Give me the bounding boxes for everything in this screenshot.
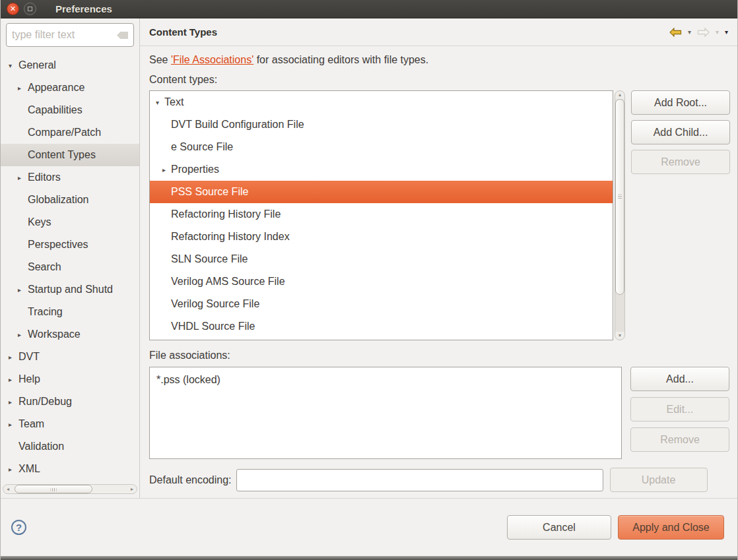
twisty-icon[interactable] (15, 84, 24, 92)
description-suffix: for associating editors with file types. (253, 54, 428, 65)
filter-field-wrap (6, 23, 134, 47)
filter-input[interactable] (6, 23, 134, 47)
scroll-left-icon[interactable]: ◂ (3, 487, 13, 492)
twisty-icon[interactable] (153, 99, 162, 106)
sidebar-item-tracing[interactable]: Tracing (1, 301, 139, 323)
button-label: Add... (666, 373, 694, 385)
twisty-icon[interactable] (5, 421, 15, 428)
content-type-text[interactable]: Text (150, 91, 613, 113)
scrollbar-thumb[interactable] (615, 99, 624, 295)
content-type-label: DVT Build Configuration File (171, 119, 304, 131)
tree-item-label: Capabilities (28, 104, 83, 116)
history-nav: ▾ ▾ ▾ (669, 28, 728, 37)
sidebar-horizontal-scrollbar[interactable]: ◂ ▸ (3, 484, 137, 494)
content-type-verilog-ams-source-file[interactable]: Verilog AMS Source File (150, 270, 613, 293)
content-type-dvt-build-configuration-file[interactable]: DVT Build Configuration File (150, 113, 613, 136)
sidebar-item-run-debug[interactable]: Run/Debug (1, 390, 139, 413)
apply-and-close-button[interactable]: Apply and Close (618, 515, 724, 540)
twisty-icon[interactable] (5, 354, 15, 361)
twisty-icon[interactable] (15, 174, 24, 181)
twisty-icon[interactable] (15, 286, 24, 294)
sidebar-item-dvt[interactable]: DVT (1, 346, 139, 368)
tree-item-label: Tracing (28, 306, 63, 318)
content-type-e-source-file[interactable]: e Source File (150, 136, 613, 158)
content-type-label: VHDL Source File (171, 321, 255, 332)
sidebar-item-validation[interactable]: Validation (1, 435, 139, 458)
window-bottom-edge (1, 556, 737, 560)
sidebar-item-help[interactable]: Help (1, 368, 139, 390)
sidebar-item-general[interactable]: General (1, 54, 139, 77)
sidebar-item-perspectives[interactable]: Perspectives (1, 233, 139, 256)
add-association-button[interactable]: Add... (630, 367, 729, 391)
back-history-dropdown-icon[interactable]: ▾ (688, 29, 691, 36)
update-button: Update (610, 468, 708, 492)
sidebar-item-search[interactable]: Search (1, 256, 139, 278)
content-type-label: Text (164, 96, 184, 108)
button-label: Remove (661, 156, 700, 168)
content-type-properties[interactable]: Properties (150, 158, 613, 181)
content-type-refactoring-history-file[interactable]: Refactoring History File (150, 203, 613, 226)
sidebar-item-xml[interactable]: XML (1, 458, 139, 480)
maximize-button[interactable] (24, 3, 36, 15)
default-encoding-input[interactable] (236, 469, 603, 491)
tree-item-label: Compare/Patch (28, 127, 101, 139)
cancel-button[interactable]: Cancel (507, 515, 611, 540)
sidebar-item-startup-and-shutdown[interactable]: Startup and Shutd (1, 278, 139, 301)
page-title: Content Types (149, 26, 217, 38)
content-type-verilog-source-file[interactable]: Verilog Source File (150, 293, 613, 315)
content-types-list: Text DVT Build Configuration File e Sour… (149, 90, 613, 340)
sidebar-item-team[interactable]: Team (1, 413, 139, 435)
twisty-icon[interactable] (5, 398, 15, 406)
sidebar-item-keys[interactable]: Keys (1, 211, 139, 233)
edit-association-button: Edit... (630, 397, 729, 421)
tree-item-label: Appearance (28, 82, 84, 94)
twisty-icon[interactable] (5, 466, 15, 473)
scroll-up-icon[interactable]: ▴ (615, 91, 624, 99)
back-arrow-icon[interactable] (669, 28, 682, 37)
help-button[interactable]: ? (11, 520, 26, 535)
twisty-icon[interactable] (15, 331, 24, 338)
add-child-button[interactable]: Add Child... (631, 120, 730, 144)
add-root-button[interactable]: Add Root... (631, 90, 730, 115)
sidebar-item-appearance[interactable]: Appearance (1, 77, 139, 99)
file-association-buttons: Add...Edit...Remove (630, 367, 729, 459)
preferences-tree: General Appearance Capabilities Compare/… (1, 54, 139, 483)
scrollbar-thumb[interactable] (15, 485, 92, 493)
close-button[interactable]: ✕ (7, 3, 19, 15)
button-label: Remove (660, 434, 700, 445)
titlebar: ✕ Preferences (1, 0, 737, 18)
scroll-down-icon[interactable]: ▾ (615, 332, 624, 340)
twisty-icon[interactable] (5, 62, 15, 69)
file-association-label: *.pss (locked) (156, 374, 220, 385)
scrollbar-track[interactable] (615, 99, 624, 332)
twisty-icon[interactable] (160, 166, 168, 173)
tree-item-label: Search (28, 261, 61, 273)
content-type-label: SLN Source File (171, 253, 248, 265)
scrollbar-track[interactable] (13, 485, 127, 493)
content-type-refactoring-history-index[interactable]: Refactoring History Index (150, 226, 613, 248)
content-type-label: e Source File (171, 141, 233, 153)
tree-item-label: Workspace (28, 328, 81, 340)
sidebar-item-capabilities[interactable]: Capabilities (1, 99, 139, 121)
view-menu-icon[interactable]: ▾ (725, 29, 728, 36)
content-list-scrollbar[interactable]: ▴ ▾ (615, 90, 625, 340)
scroll-right-icon[interactable]: ▸ (127, 487, 137, 492)
remove-association-button: Remove (630, 427, 729, 452)
preferences-window: ✕ Preferences General Appearance (0, 0, 738, 560)
sidebar-item-content-types[interactable]: Content Types (1, 144, 139, 166)
twisty-icon[interactable] (5, 376, 15, 383)
sidebar-item-editors[interactable]: Editors (1, 166, 139, 189)
sidebar-item-globalization[interactable]: Globalization (1, 189, 139, 211)
content-type-pss-source-file[interactable]: PSS Source File (150, 181, 613, 203)
description-text: See 'File Associations' for associating … (149, 54, 727, 66)
sidebar-item-compare-patch[interactable]: Compare/Patch (1, 121, 139, 144)
file-association-item-pss[interactable]: *.pss (locked) (150, 367, 621, 386)
tree-item-label: XML (18, 463, 40, 475)
sidebar-item-workspace[interactable]: Workspace (1, 323, 139, 346)
description-prefix: See (149, 54, 171, 65)
file-associations-link[interactable]: 'File Associations' (171, 54, 253, 65)
sidebar: General Appearance Capabilities Compare/… (1, 18, 140, 498)
content-type-label: Refactoring History File (171, 208, 281, 220)
content-type-sln-source-file[interactable]: SLN Source File (150, 248, 613, 270)
content-type-vhdl-source-file[interactable]: VHDL Source File (150, 315, 613, 338)
